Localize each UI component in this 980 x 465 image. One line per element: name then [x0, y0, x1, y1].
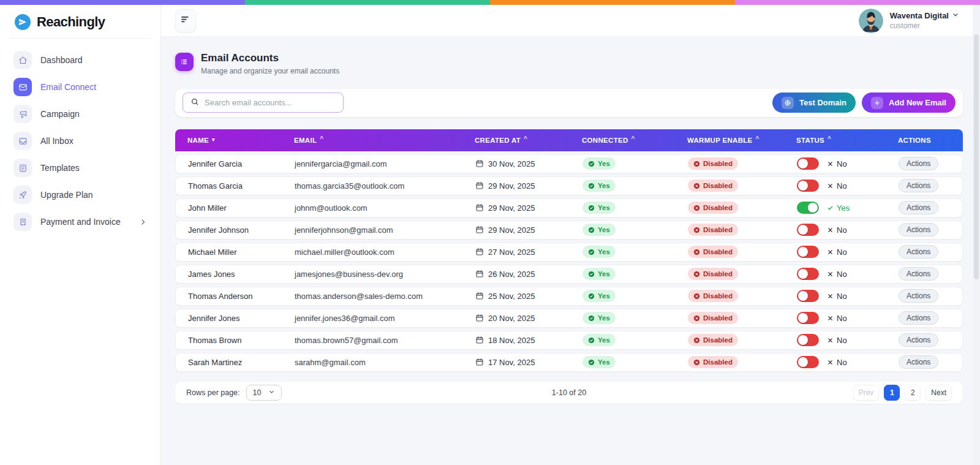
prev-page-button[interactable]: Prev — [853, 385, 880, 401]
sidebar-item-email-connect[interactable]: Email Connect — [9, 75, 152, 99]
status-toggle[interactable] — [797, 290, 819, 302]
row-created-at: 18 Nov, 2025 — [475, 336, 582, 345]
status-label: No — [837, 336, 847, 345]
sidebar-item-upgrade-plan[interactable]: Upgrade Plan — [9, 183, 152, 206]
column-header-email[interactable]: EMAIL ▾ ^ — [294, 137, 475, 144]
calendar-icon — [475, 314, 484, 322]
search-input[interactable] — [205, 98, 336, 107]
megaphone-icon — [13, 105, 32, 123]
sidebar-item-all-inbox[interactable]: All Inbox — [9, 129, 152, 153]
column-header-label: CREATED AT — [475, 137, 521, 144]
row-actions-button[interactable]: Actions — [899, 289, 938, 303]
row-actions-button[interactable]: Actions — [899, 157, 938, 170]
row-actions-button[interactable]: Actions — [899, 179, 938, 192]
connected-badge: Yes — [582, 246, 616, 258]
status-cell: No — [797, 356, 899, 368]
table-row: Thomas Anderson thomas.anderson@sales-de… — [175, 287, 963, 306]
x-icon — [827, 293, 834, 300]
x-circle-icon — [693, 249, 700, 255]
table-header: NAME ▾ ^ EMAIL ▾ ^ CREATED AT ▾ ^ CONNEC… — [175, 129, 963, 151]
sort-caret-up-icon: ^ — [524, 135, 527, 142]
column-header-warmup-enable[interactable]: WARMUP ENABLE ▾ ^ — [687, 137, 796, 144]
scrollbar-thumb[interactable] — [974, 34, 979, 279]
column-header-actions[interactable]: ACTIONS ▾ ^ — [898, 137, 951, 144]
test-domain-button[interactable]: Test Domain — [772, 93, 856, 113]
warmup-badge: Disabled — [688, 202, 738, 214]
x-circle-icon — [693, 227, 700, 233]
page-button-2[interactable]: 2 — [905, 385, 921, 401]
calendar-icon — [475, 203, 484, 212]
row-email: jamesjones@business-dev.org — [295, 270, 475, 279]
column-header-connected[interactable]: CONNECTED ▾ ^ — [582, 137, 687, 144]
rows-per-page-value: 10 — [253, 388, 262, 397]
toolbar: Test Domain Add New Email — [175, 89, 963, 117]
row-actions-button[interactable]: Actions — [899, 355, 938, 369]
rows-per-page-select[interactable]: 10 — [246, 385, 282, 401]
sidebar-item-dashboard[interactable]: Dashboard — [9, 48, 152, 72]
status-toggle[interactable] — [797, 157, 819, 170]
row-created-at: 29 Nov, 2025 — [475, 225, 582, 235]
table-row: Thomas Garcia thomas.garcia35@outlook.co… — [175, 176, 963, 195]
page-head: Email Accounts Manage and organize your … — [175, 53, 963, 75]
page-content: Email Accounts Manage and organize your … — [161, 37, 963, 404]
x-icon — [827, 315, 834, 322]
search-box[interactable] — [183, 93, 344, 113]
status-label: No — [837, 159, 847, 168]
table-rows: Jennifer Garcia jennifergarcia@gmail.com… — [175, 154, 963, 372]
row-actions-button[interactable]: Actions — [899, 245, 938, 259]
list-icon — [175, 53, 194, 71]
range-text: 1-10 of 20 — [552, 388, 586, 397]
status-label: No — [837, 225, 847, 235]
sidebar-toggle-button[interactable] — [175, 9, 196, 32]
column-header-name[interactable]: NAME ▾ ^ — [187, 137, 294, 144]
connected-badge: Yes — [582, 268, 616, 280]
column-header-status[interactable]: STATUS ▾ ^ — [796, 137, 898, 144]
check-circle-icon — [588, 183, 595, 189]
calendar-icon — [475, 292, 484, 300]
page-button-1[interactable]: 1 — [884, 385, 900, 401]
row-actions-button[interactable]: Actions — [899, 223, 938, 236]
status-label: No — [837, 314, 847, 323]
add-new-email-button[interactable]: Add New Email — [862, 93, 956, 113]
page-title: Email Accounts — [201, 53, 339, 64]
sidebar-item-label: Upgrade Plan — [40, 190, 93, 200]
column-header-created-at[interactable]: CREATED AT ▾ ^ — [475, 137, 582, 144]
add-new-email-label: Add New Email — [889, 98, 946, 107]
status-label: Yes — [837, 203, 850, 213]
status-toggle[interactable] — [797, 334, 819, 346]
check-circle-icon — [588, 227, 595, 233]
sidebar-item-payment-and-invoice[interactable]: Payment and Invoice — [9, 210, 152, 233]
x-icon — [827, 249, 834, 255]
status-toggle[interactable] — [797, 180, 819, 192]
rocket-icon — [13, 186, 32, 204]
accent-segment — [245, 0, 490, 5]
row-actions-button[interactable]: Actions — [899, 333, 938, 347]
check-circle-icon — [588, 249, 595, 255]
row-actions-button[interactable]: Actions — [899, 311, 938, 325]
status-toggle[interactable] — [797, 224, 819, 236]
user-menu[interactable]: Waventa Digital customer — [859, 9, 959, 33]
avatar — [859, 9, 883, 33]
status-toggle[interactable] — [797, 356, 819, 368]
x-icon — [827, 161, 834, 167]
status-label: No — [837, 358, 847, 367]
inbox-icon — [13, 132, 32, 150]
status-toggle[interactable] — [797, 312, 819, 324]
sidebar-item-label: Email Connect — [40, 82, 96, 92]
sidebar: Reachingly Dashboard Email Connect Campa… — [0, 5, 161, 465]
sidebar-item-templates[interactable]: Templates — [9, 156, 152, 180]
row-actions-button[interactable]: Actions — [899, 267, 938, 281]
sidebar-item-campaign[interactable]: Campaign — [9, 102, 152, 126]
status-toggle[interactable] — [797, 202, 819, 214]
status-toggle[interactable] — [797, 246, 819, 258]
row-name: Thomas Brown — [188, 336, 295, 345]
chevron-right-icon — [139, 218, 147, 226]
brand-logo[interactable]: Reachingly — [0, 5, 160, 38]
status-toggle[interactable] — [797, 268, 819, 280]
row-actions-button[interactable]: Actions — [899, 201, 938, 214]
send-icon — [15, 14, 31, 30]
brand-name: Reachingly — [37, 14, 105, 30]
next-page-button[interactable]: Next — [925, 385, 952, 401]
search-icon — [190, 97, 199, 108]
domain-globe-icon — [782, 97, 794, 109]
